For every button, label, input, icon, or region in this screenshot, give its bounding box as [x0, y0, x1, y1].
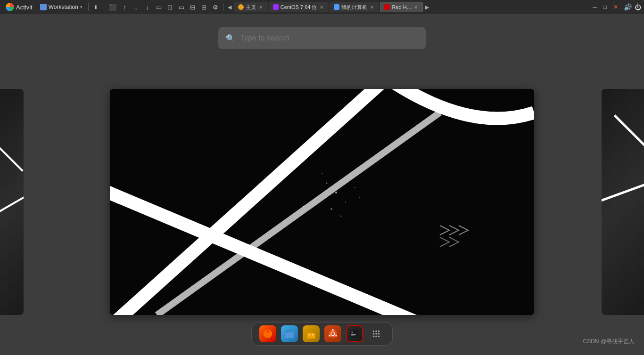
dock-item-terminal[interactable]: $ [346, 325, 363, 342]
resize-icon-5: ⊞ [201, 4, 206, 11]
resize-icon-1: ▭ [156, 4, 162, 11]
search-bar: 🔍 [218, 27, 426, 49]
resize-button-2[interactable]: ⊡ [165, 3, 175, 12]
monitor-icon: ⬛ [109, 4, 116, 11]
svg-point-13 [303, 206, 304, 208]
svg-point-24 [335, 335, 337, 337]
svg-point-7 [317, 197, 318, 198]
workstation-icon [40, 4, 47, 10]
svg-rect-18 [307, 333, 315, 339]
svg-point-5 [326, 183, 328, 184]
tab-home-label: 主页 [246, 4, 256, 11]
firefox-icon [263, 329, 273, 339]
upload-icon: ↑ [124, 4, 127, 11]
tab-redhat-label: Red H... [392, 4, 411, 10]
svg-rect-17 [285, 332, 294, 338]
workstation-button[interactable]: Workstation ▾ [37, 3, 85, 11]
tab-redhat[interactable]: Red H... ✕ [380, 2, 422, 12]
thumbnail-left-partial[interactable] [0, 89, 24, 315]
dock-item-grid[interactable] [368, 325, 385, 342]
pause-button[interactable]: ⏸ [91, 3, 101, 11]
search-bar-wrapper: 🔍 [218, 27, 426, 49]
svg-point-31 [375, 331, 377, 332]
terminal-icon: $ [350, 329, 359, 339]
svg-rect-29 [351, 336, 355, 336]
rocky-wallpaper: Rocky [110, 89, 534, 315]
activities-button[interactable]: Activit [3, 2, 35, 12]
power-icon[interactable]: ⏻ [635, 3, 641, 11]
svg-point-30 [373, 331, 375, 332]
tab-mypc-label: 我的计算机 [341, 4, 367, 11]
svg-rect-26 [350, 330, 359, 338]
store-icon [306, 329, 316, 339]
resize-button-5[interactable]: ⊞ [199, 3, 209, 12]
svg-point-36 [373, 336, 375, 338]
thumbnail-main[interactable]: Rocky [110, 89, 534, 315]
tab-centos-icon [273, 4, 279, 10]
grid-icon [371, 329, 381, 339]
search-icon: 🔍 [226, 34, 235, 43]
tabs-area: ◀ 主页 ✕ CentOS 7 64 位 ✕ 我的计算机 ✕ Red H... … [226, 2, 589, 12]
tab-next-button[interactable]: ▶ [424, 3, 430, 11]
svg-point-20 [312, 334, 314, 336]
svg-point-32 [378, 331, 380, 332]
svg-point-19 [309, 334, 311, 336]
svg-point-6 [345, 202, 346, 202]
dock-item-store[interactable] [303, 325, 320, 342]
top-bar: Activit Workstation ▾ ⏸ ⬛ ↑ ↓ ↓ ▭ ⊡ ▭ ⊟ … [0, 0, 644, 14]
settings-button[interactable]: ⚙ [211, 3, 220, 12]
resize-icon-2: ⊡ [167, 4, 173, 11]
svg-point-38 [378, 336, 380, 338]
system-tray: 🔊 ⏻ [624, 3, 641, 11]
tab-mypc-close[interactable]: ✕ [369, 4, 375, 10]
download-button-2[interactable]: ↓ [143, 3, 152, 12]
settings-icon: ⚙ [213, 4, 218, 11]
svg-point-12 [359, 197, 360, 198]
svg-point-21 [329, 330, 337, 338]
search-input[interactable] [240, 34, 418, 42]
dock-item-firefox[interactable] [259, 325, 276, 342]
resize-button-4[interactable]: ⊟ [188, 3, 198, 12]
svg-point-8 [355, 187, 355, 188]
svg-rect-28 [351, 334, 356, 335]
activities-label: Activit [16, 4, 33, 11]
tab-redhat-icon [384, 4, 390, 10]
upload-button[interactable]: ↑ [120, 3, 130, 12]
tab-home[interactable]: 主页 ✕ [234, 2, 268, 12]
resize-button-1[interactable]: ▭ [154, 3, 164, 12]
svg-point-23 [332, 329, 334, 331]
svg-point-35 [378, 333, 380, 335]
thumbnail-right-partial[interactable] [602, 89, 644, 315]
tab-redhat-close[interactable]: ✕ [413, 4, 419, 10]
tab-home-close[interactable]: ✕ [258, 4, 264, 10]
tab-mypc[interactable]: 我的计算机 ✕ [330, 2, 379, 12]
close-button[interactable]: ✕ [611, 3, 620, 11]
dock-item-files[interactable] [281, 325, 298, 342]
dock-item-ubuntu[interactable] [324, 325, 341, 342]
watermark-text: CSDN @寻找手艺人 [583, 338, 635, 345]
svg-point-9 [330, 208, 332, 210]
activities-logo [6, 3, 14, 11]
chevron-down-icon: ▾ [80, 5, 83, 9]
tab-centos-close[interactable]: ✕ [319, 4, 324, 10]
resize-button-3[interactable]: ▭ [177, 3, 186, 12]
tab-home-icon [238, 4, 244, 10]
pause-icon: ⏸ [93, 4, 99, 10]
thumbnails-area: Rocky [0, 49, 644, 355]
download-button-1[interactable]: ↓ [132, 3, 141, 12]
maximize-button[interactable]: □ [602, 3, 609, 11]
svg-point-10 [322, 173, 322, 174]
ubuntu-icon [328, 329, 338, 339]
tab-centos[interactable]: CentOS 7 64 位 ✕ [269, 2, 329, 12]
svg-point-37 [375, 336, 377, 338]
toolbar-divider-3 [223, 3, 223, 11]
dock: $ [251, 322, 393, 346]
volume-icon[interactable]: 🔊 [624, 3, 632, 11]
rocky-wallpaper-svg: Rocky [110, 89, 534, 315]
window-controls: ─ □ ✕ [591, 3, 620, 11]
monitor-button[interactable]: ⬛ [107, 3, 118, 12]
minimize-button[interactable]: ─ [591, 3, 599, 11]
files-icon [284, 329, 295, 339]
tab-prev-button[interactable]: ◀ [226, 3, 233, 11]
watermark: CSDN @寻找手艺人 [583, 338, 635, 346]
